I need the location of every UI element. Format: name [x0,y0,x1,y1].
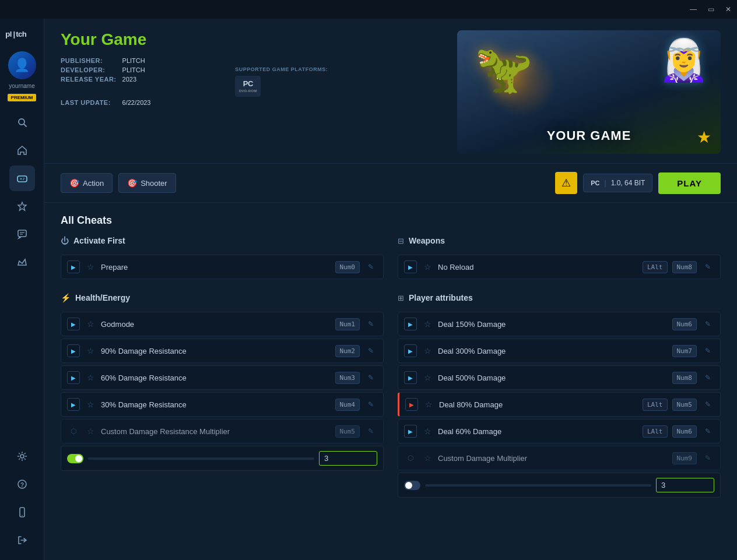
cheat-row-60dmg: ▶ ☆ 60% Damage Resistance Num3 ✎ [61,365,384,390]
edit-deal80-button[interactable]: ✎ [701,398,714,411]
weapons-title: Weapons [409,236,445,245]
key-deal300: Num7 [672,345,697,357]
weapons-icon: ⊟ [398,237,404,245]
svg-point-8 [23,178,24,179]
edit-90dmg-button[interactable]: ✎ [364,344,377,357]
platforms-label-inline [235,57,328,64]
play-deal500-button[interactable]: ▶ [404,371,417,384]
star-deal300-button[interactable]: ☆ [422,345,433,357]
edit-custom-dmg-mult-button[interactable]: ✎ [701,452,714,464]
star-60dmg-button[interactable]: ☆ [85,372,96,383]
sidebar-item-logout[interactable] [9,527,35,553]
star-30dmg-button[interactable]: ☆ [85,399,96,410]
slider-track-health[interactable] [88,457,314,460]
sidebar-item-favorites[interactable] [9,193,35,219]
key-mod-no-reload: LAlt [643,261,668,273]
star-prepare-button[interactable]: ☆ [85,261,96,273]
edit-deal500-button[interactable]: ✎ [701,371,714,384]
cheat-name-90dmg: 90% Damage Resistance [101,347,331,355]
cheat-name-prepare: Prepare [101,263,331,272]
edit-no-reload-button[interactable]: ✎ [701,260,714,273]
play-prepare-button[interactable]: ▶ [67,260,80,273]
sidebar-bottom: ? [9,443,35,553]
cheat-name-30dmg: 30% Damage Resistance [101,400,331,409]
close-button[interactable]: ✕ [724,5,732,13]
avatar: 👤 [8,51,36,79]
svg-rect-5 [17,176,27,182]
sidebar-item-settings[interactable] [9,443,35,469]
slider-value-player[interactable] [656,478,714,492]
play-godmode-button[interactable]: ▶ [67,318,80,330]
key-no-reload: Num8 [672,261,697,273]
slider-row-health [61,446,384,471]
banner-character-icon: 🧝‍♀️ [658,36,709,84]
svg-point-14 [20,455,24,458]
svg-text:?: ? [20,482,23,488]
cheat-name-deal500: Deal 500% Damage [438,374,668,382]
star-deal60-button[interactable]: ☆ [422,425,433,437]
main-content: Your Game PUBLISHER: PLITCH DEVELOPER: P… [44,19,737,560]
game-info: Your Game PUBLISHER: PLITCH DEVELOPER: P… [61,30,441,106]
sidebar-item-mobile[interactable] [9,499,35,525]
release-value: 2023 [122,76,230,97]
edit-prepare-button[interactable]: ✎ [364,260,377,273]
sidebar-item-home[interactable] [9,138,35,163]
star-custom-dmg-res-button[interactable]: ☆ [85,425,96,437]
minimize-button[interactable]: — [689,5,697,13]
play-no-reload-button[interactable]: ▶ [404,260,417,273]
sidebar-item-chat[interactable] [9,221,35,247]
svg-text:tch: tch [16,30,27,38]
sidebar-item-games[interactable] [9,165,35,191]
slider-toggle-player[interactable] [404,481,420,490]
section-activate-first-header: ⏻ Activate First [61,236,384,249]
genre-tag-shooter[interactable]: 🎯 Shooter [118,173,176,193]
sidebar-item-help[interactable]: ? [9,471,35,497]
slider-toggle-health[interactable] [67,454,83,463]
slider-value-health[interactable] [319,451,377,466]
key-mod-deal60: LAlt [643,425,668,438]
play-60dmg-button[interactable]: ▶ [67,371,80,384]
play-30dmg-button[interactable]: ▶ [67,398,80,411]
play-button[interactable]: PLAY [658,172,721,194]
star-deal500-button[interactable]: ☆ [422,372,433,383]
key-custom-dmg-mult: Num9 [672,452,697,464]
star-deal80-button[interactable]: ☆ [423,399,434,410]
edit-deal300-button[interactable]: ✎ [701,344,714,357]
banner-dino-icon: 🦖 [475,42,533,97]
edit-deal150-button[interactable]: ✎ [701,318,714,330]
lock-custom-dmg-res-icon: ⬡ [67,425,80,438]
section-weapons: ⊟ Weapons ▶ ☆ No Reload LAlt Num8 ✎ [398,236,721,281]
edit-godmode-button[interactable]: ✎ [364,318,377,330]
cheat-row-deal80: ▶ ☆ Deal 80% Damage LAlt Num5 ✎ [398,392,721,417]
svg-point-18 [22,515,23,516]
genre-tag-action[interactable]: 🎯 Action [61,173,113,193]
sidebar-item-premium[interactable] [9,249,35,275]
play-deal300-button[interactable]: ▶ [404,344,417,357]
edit-30dmg-button[interactable]: ✎ [364,398,377,411]
section-player-header: ⊞ Player attributes [398,293,721,306]
release-label: RELEASE YEAR: [61,76,117,97]
star-no-reload-button[interactable]: ☆ [422,261,433,273]
warning-button[interactable]: ⚠ [555,172,577,194]
key-godmode: Num1 [335,318,360,330]
star-deal150-button[interactable]: ☆ [422,318,433,330]
play-deal80-button[interactable]: ▶ [405,398,418,411]
play-deal60-button[interactable]: ▶ [404,425,417,438]
sidebar-item-search[interactable] [9,110,35,135]
edit-deal60-button[interactable]: ✎ [701,425,714,438]
star-90dmg-button[interactable]: ☆ [85,345,96,357]
premium-badge: PREMIUM [8,94,37,101]
edit-custom-dmg-res-button[interactable]: ✎ [364,425,377,438]
star-godmode-button[interactable]: ☆ [85,318,96,330]
play-90dmg-button[interactable]: ▶ [67,344,80,357]
key-30dmg: Num4 [335,399,360,411]
slider-row-player [398,473,721,498]
cheat-row-deal60: ▶ ☆ Deal 60% Damage LAlt Num6 ✎ [398,419,721,443]
play-deal150-button[interactable]: ▶ [404,318,417,330]
edit-60dmg-button[interactable]: ✎ [364,371,377,384]
banner-title: YOUR GAME [547,128,631,143]
slider-track-player[interactable] [425,484,651,487]
cheat-name-godmode: Godmode [101,320,331,329]
star-custom-dmg-mult-button[interactable]: ☆ [422,452,433,464]
maximize-button[interactable]: ▭ [707,5,715,13]
